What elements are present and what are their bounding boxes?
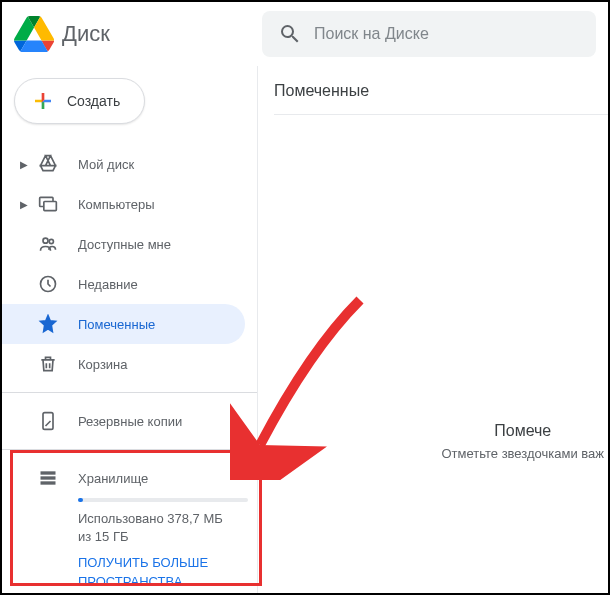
empty-title: Помече [441,422,604,440]
search-placeholder: Поиск на Диске [314,25,429,43]
svg-point-3 [49,239,53,243]
drive-icon [36,152,60,176]
logo-text: Диск [62,21,110,47]
nav-label: Компьютеры [78,197,155,212]
trash-icon [36,352,60,376]
chevron-right-icon[interactable]: ▶ [18,159,30,170]
content: Создать ▶ Мой диск ▶ Компьютеры [2,66,608,593]
main: Помеченные [258,66,608,593]
storage-more-link[interactable]: ПОЛУЧИТЬ БОЛЬШЕ ПРОСТРАНСТВА [78,554,233,590]
svg-rect-8 [41,481,56,484]
storage-bar [78,498,248,502]
storage-fill [78,498,83,502]
nav-label: Недавние [78,277,138,292]
computers-icon [36,192,60,216]
nav-list: ▶ Мой диск ▶ Компьютеры Доступные мне [2,144,257,595]
svg-rect-5 [43,413,53,430]
sidebar-item-recent[interactable]: Недавние [2,264,245,304]
create-button[interactable]: Создать [14,78,145,124]
empty-subtitle: Отметьте звездочками важ [441,446,604,461]
shared-icon [36,232,60,256]
header: Диск Поиск на Диске [2,2,608,66]
storage-used-text: Использовано 378,7 МБ из 15 ГБ [78,510,233,546]
backups-icon [36,409,60,433]
star-icon [36,312,60,336]
create-label: Создать [67,93,120,109]
divider [2,392,257,393]
sidebar-item-trash[interactable]: Корзина [2,344,245,384]
drive-logo-icon [14,14,54,54]
nav-label: Корзина [78,357,128,372]
storage-icon [36,466,60,490]
svg-rect-1 [44,202,57,211]
sidebar-item-computers[interactable]: ▶ Компьютеры [2,184,245,224]
sidebar: Создать ▶ Мой диск ▶ Компьютеры [2,66,258,593]
sidebar-item-my-drive[interactable]: ▶ Мой диск [2,144,245,184]
svg-rect-7 [41,476,56,479]
search-box[interactable]: Поиск на Диске [262,11,596,57]
nav-label: Мой диск [78,157,134,172]
clock-icon [36,272,60,296]
storage-section: Хранилище Использовано 378,7 МБ из 15 ГБ… [2,458,257,595]
divider [2,449,257,450]
sidebar-item-backups[interactable]: Резервные копии [2,401,245,441]
nav-label: Доступные мне [78,237,171,252]
plus-icon [31,89,55,113]
svg-point-2 [43,238,48,243]
sidebar-item-starred[interactable]: Помеченные [2,304,245,344]
storage-title: Хранилище [78,471,148,486]
nav-label: Резервные копии [78,414,182,429]
storage-row[interactable]: Хранилище [18,466,233,490]
empty-state: Помече Отметьте звездочками важ [441,422,604,461]
page-title: Помеченные [274,82,608,115]
svg-rect-6 [41,471,56,474]
chevron-right-icon[interactable]: ▶ [18,199,30,210]
nav-label: Помеченные [78,317,155,332]
search-icon [278,22,302,46]
sidebar-item-shared[interactable]: Доступные мне [2,224,245,264]
logo-area[interactable]: Диск [14,14,262,54]
